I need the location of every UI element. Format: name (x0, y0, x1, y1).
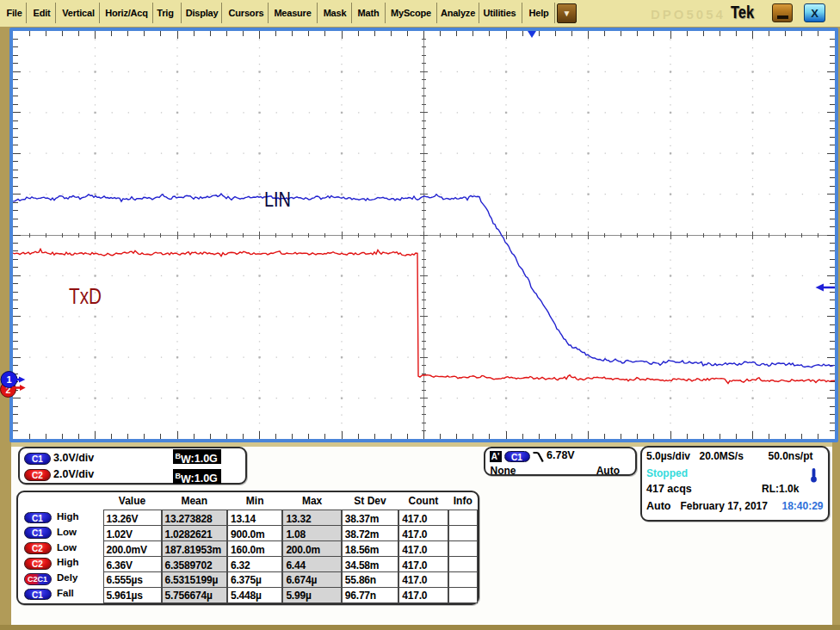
svg-text:LIN: LIN (264, 188, 291, 211)
svg-text:1: 1 (6, 374, 11, 385)
svg-text:TxD: TxD (69, 284, 102, 308)
